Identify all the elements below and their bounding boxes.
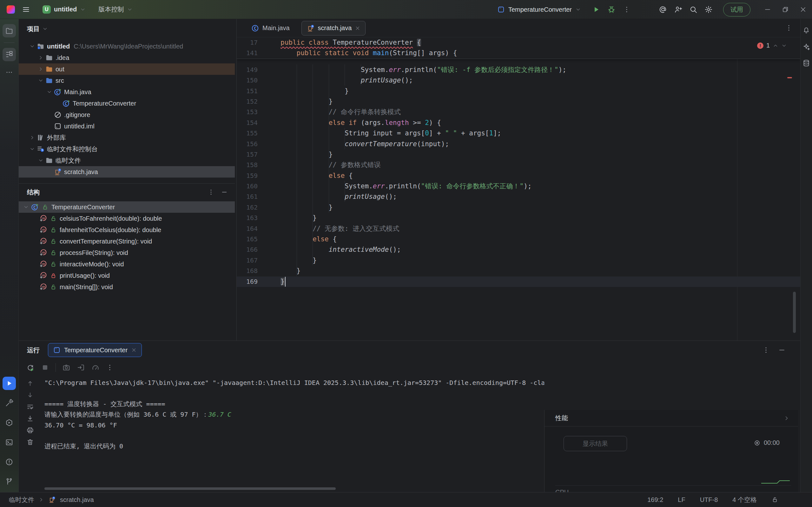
line-separator[interactable]: LF xyxy=(678,496,685,504)
structure-tool-button[interactable] xyxy=(3,48,16,61)
close-tab-icon[interactable] xyxy=(355,25,360,31)
structure-row[interactable]: mmain(String[]): void xyxy=(19,281,235,293)
breadcrumb-root[interactable]: 临时文件 xyxy=(9,496,34,504)
editor-scrollbar[interactable] xyxy=(793,292,796,333)
code-line[interactable]: 167 } xyxy=(237,255,800,266)
chevron-right-icon[interactable] xyxy=(783,415,790,421)
tree-row[interactable]: out xyxy=(19,63,235,75)
tree-row[interactable]: untitled.iml xyxy=(19,120,235,132)
kebab-menu-icon[interactable] xyxy=(106,364,114,371)
tree-row[interactable]: scratch.java xyxy=(19,166,235,178)
caret-position[interactable]: 169:2 xyxy=(647,496,663,504)
restore-button[interactable] xyxy=(776,0,794,19)
console-output[interactable]: "C:\Program Files\Java\jdk-17\bin\java.e… xyxy=(44,378,544,452)
code-line[interactable]: 161 printUsage(); xyxy=(237,191,800,202)
down-arrow-icon[interactable] xyxy=(26,391,34,399)
run-button[interactable] xyxy=(589,3,604,16)
gauge-icon[interactable] xyxy=(91,363,100,372)
code-line[interactable]: 154 else if (args.length >= 2) { xyxy=(237,118,800,128)
structure-row[interactable]: mcelsiusToFahrenheit(double): double xyxy=(19,213,235,224)
code-line[interactable]: 141 public static void main(String[] arg… xyxy=(237,48,800,58)
code-line[interactable]: 159 else { xyxy=(237,171,800,181)
structure-row[interactable]: CTemperatureConverter xyxy=(19,201,235,213)
project-panel-header[interactable]: 项目 xyxy=(19,19,235,39)
chevron-down-icon[interactable] xyxy=(23,204,29,210)
ai-chat-icon[interactable] xyxy=(802,43,810,51)
project-tool-button[interactable] xyxy=(3,24,16,38)
unlock-icon[interactable] xyxy=(771,496,778,503)
code-line[interactable]: 163 } xyxy=(237,213,800,223)
code-line[interactable]: 155 String input = args[0] + " " + args[… xyxy=(237,128,800,138)
project-widget[interactable]: U untitled xyxy=(38,3,90,16)
chevron-up-icon[interactable] xyxy=(773,43,778,49)
show-results-button[interactable]: 显示结果 xyxy=(564,436,627,451)
ai-assistant-button[interactable] xyxy=(655,3,670,16)
hide-panel-icon[interactable] xyxy=(778,346,786,354)
scroll-to-end-icon[interactable] xyxy=(26,415,34,422)
chevron-down-icon[interactable] xyxy=(28,44,37,49)
more-run-actions-button[interactable] xyxy=(619,3,634,16)
tree-row[interactable]: 临时文件 xyxy=(19,155,235,166)
tree-row[interactable]: 临时文件和控制台 xyxy=(19,143,235,155)
terminal-tool-button[interactable] xyxy=(3,436,16,449)
main-menu-icon[interactable] xyxy=(22,5,30,14)
clear-console-icon[interactable] xyxy=(26,438,34,446)
kebab-menu-icon[interactable] xyxy=(762,346,770,354)
code-line[interactable]: 157 } xyxy=(237,149,800,160)
chevron-down-icon[interactable] xyxy=(45,89,54,95)
tree-row[interactable]: src xyxy=(19,75,235,86)
code-line[interactable]: 160 System.err.println("错误: 命令行参数格式不正确！"… xyxy=(237,181,800,191)
chevron-right-icon[interactable] xyxy=(28,135,37,140)
code-editor[interactable]: 17public class TemperatureConverter {141… xyxy=(237,38,800,341)
structure-row[interactable]: mconvertTemperature(String): void xyxy=(19,236,235,247)
tree-row[interactable]: 外部库 xyxy=(19,132,235,143)
tree-row[interactable]: .gitignore xyxy=(19,109,235,120)
print-icon[interactable] xyxy=(26,427,34,434)
debug-button[interactable] xyxy=(604,3,619,16)
hide-panel-icon[interactable] xyxy=(221,189,228,195)
breadcrumb-file[interactable]: scratch.java xyxy=(60,496,94,504)
tree-row[interactable]: .idea xyxy=(19,52,235,63)
chevron-down-icon[interactable] xyxy=(781,43,787,49)
search-everywhere-button[interactable] xyxy=(686,3,701,16)
chevron-right-icon[interactable] xyxy=(37,55,45,61)
structure-panel-header[interactable]: 结构 xyxy=(19,183,235,201)
run-tool-button[interactable] xyxy=(3,377,16,390)
tab-scratch-java[interactable]: scratch.java xyxy=(301,21,366,36)
code-line[interactable]: 150 printUsage(); xyxy=(237,75,800,86)
attach-profiler-icon[interactable] xyxy=(77,363,85,372)
structure-row[interactable]: mfahrenheitToCelsius(double): double xyxy=(19,224,235,236)
tree-row[interactable]: CTemperatureConverter xyxy=(19,98,235,109)
performance-header[interactable]: 性能 xyxy=(545,410,798,427)
inspections-widget[interactable]: ! 1 xyxy=(757,42,787,49)
more-tool-windows-button[interactable] xyxy=(3,66,16,79)
settings-button[interactable] xyxy=(701,3,716,16)
notifications-bell-icon[interactable] xyxy=(802,26,810,34)
structure-row[interactable]: mprocessFile(String): void xyxy=(19,247,235,259)
services-tool-button[interactable] xyxy=(3,416,16,429)
run-tab-temperatureconverter[interactable]: TemperatureConverter xyxy=(48,343,142,357)
code-line[interactable]: 17public class TemperatureConverter { xyxy=(237,38,800,48)
vcs-widget[interactable]: 版本控制 xyxy=(94,3,137,16)
minimize-button[interactable] xyxy=(759,0,776,19)
indent-setting[interactable]: 4 个空格 xyxy=(732,496,757,504)
structure-row[interactable]: mprintUsage(): void xyxy=(19,270,235,281)
soft-wrap-icon[interactable] xyxy=(26,403,34,411)
up-arrow-icon[interactable] xyxy=(26,380,34,387)
chevron-down-icon[interactable] xyxy=(37,78,45,83)
code-line[interactable]: 164 // 无参数: 进入交互式模式 xyxy=(237,224,800,234)
git-tool-button[interactable] xyxy=(3,475,16,488)
rerun-icon[interactable] xyxy=(26,363,35,372)
file-encoding[interactable]: UTF-8 xyxy=(700,496,718,504)
code-line[interactable]: 149 System.err.println("错误: -f 参数后必须指定文件… xyxy=(237,65,800,75)
stop-icon[interactable] xyxy=(41,363,49,372)
database-icon[interactable] xyxy=(802,59,810,67)
run-configuration-selector[interactable]: TemperatureConverter xyxy=(494,6,584,13)
code-line[interactable]: 156 convertTemperature(input); xyxy=(237,139,800,149)
code-line[interactable]: 158 // 参数格式错误 xyxy=(237,160,800,170)
code-with-me-button[interactable] xyxy=(670,3,686,16)
chevron-down-icon[interactable] xyxy=(37,158,45,163)
kebab-menu-icon[interactable] xyxy=(207,189,214,195)
tab-main-java[interactable]: C Main.java xyxy=(246,21,295,35)
tree-row[interactable]: untitledC:\Users\MrWang\IdeaProjects\unt… xyxy=(19,41,235,52)
